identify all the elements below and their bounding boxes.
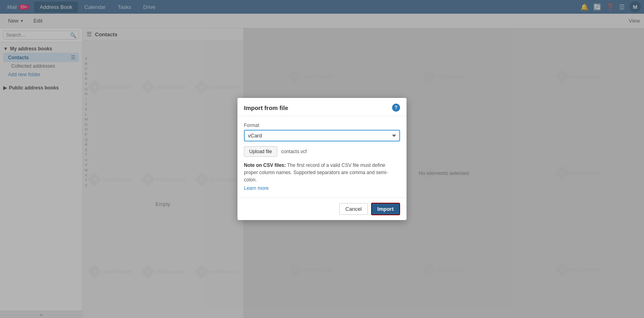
import-dialog: Import from file ? Format vCard CSV Uplo… — [237, 98, 407, 220]
format-select[interactable]: vCard CSV — [244, 130, 400, 141]
dialog-body: Format vCard CSV Upload file contacts.vc… — [237, 116, 407, 197]
csv-note-bold: Note on CSV files: — [244, 162, 286, 168]
cancel-button[interactable]: Cancel — [339, 203, 367, 215]
dialog-title: Import from file — [244, 104, 288, 111]
format-label: Format — [244, 123, 400, 128]
learn-more-link[interactable]: Learn more — [244, 185, 268, 191]
upload-filename: contacts.vcf — [281, 149, 307, 154]
dialog-header: Import from file ? — [237, 98, 407, 116]
csv-note: Note on CSV files: The first record of a… — [244, 162, 400, 183]
import-button[interactable]: Import — [371, 203, 400, 215]
dialog-footer: Cancel Import — [237, 197, 407, 220]
upload-file-button[interactable]: Upload file — [244, 146, 277, 157]
upload-row: Upload file contacts.vcf — [244, 146, 400, 157]
modal-overlay[interactable]: Import from file ? Format vCard CSV Uplo… — [0, 0, 644, 318]
dialog-help-button[interactable]: ? — [392, 104, 400, 112]
